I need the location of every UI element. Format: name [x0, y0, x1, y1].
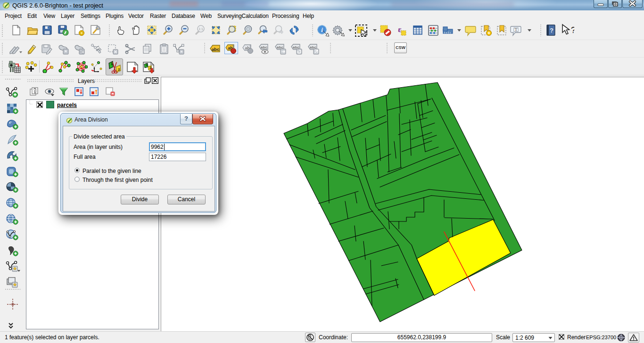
svg-text:abc: abc [277, 45, 283, 49]
svg-text:2: 2 [118, 67, 120, 72]
svg-text:1: 1 [146, 63, 148, 66]
svg-text:abc: abc [212, 47, 219, 52]
svg-text:?: ? [550, 27, 553, 34]
svg-text:T: T [515, 27, 518, 32]
svg-text:1:1: 1:1 [198, 27, 203, 31]
svg-text:abc: abc [310, 45, 316, 49]
svg-text:abc: abc [293, 45, 299, 49]
svg-text:?: ? [571, 25, 574, 35]
svg-text:i: i [321, 26, 323, 33]
svg-text:abc: abc [261, 45, 267, 49]
